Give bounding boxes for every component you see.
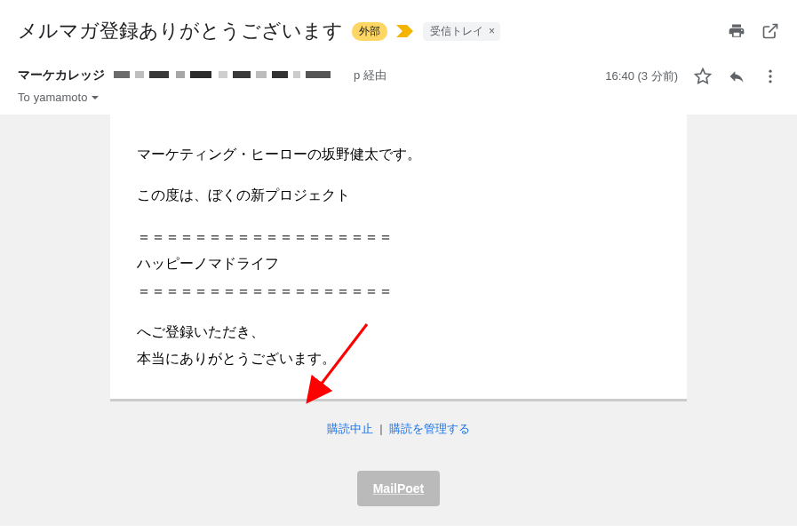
body-line: この度は、ぼくの新プロジェクト: [137, 182, 660, 209]
footer-separator: |: [379, 422, 382, 435]
svg-rect-2: [135, 71, 144, 78]
reply-icon[interactable]: [728, 67, 745, 85]
importance-marker-icon[interactable]: [396, 25, 414, 37]
label-chip-text: 受信トレイ: [430, 24, 483, 39]
chevron-down-icon[interactable]: [91, 93, 100, 102]
email-subject: メルマガ登録ありがとうございます: [18, 18, 343, 44]
svg-line-0: [769, 25, 777, 33]
body-line: マーケティング・ヒーローの坂野健太です。: [137, 141, 660, 168]
to-prefix: To: [18, 91, 30, 104]
svg-rect-9: [272, 71, 288, 78]
svg-rect-8: [256, 71, 267, 78]
sender-via: p 経由: [354, 67, 387, 83]
svg-marker-12: [696, 69, 711, 83]
svg-rect-7: [233, 71, 251, 78]
remove-label-icon[interactable]: ×: [487, 25, 497, 37]
svg-rect-1: [114, 71, 130, 78]
recipient-row[interactable]: To yamamoto: [0, 89, 797, 115]
email-time: 16:40 (3 分前): [605, 68, 678, 84]
body-line: へご登録いただき、: [137, 319, 660, 345]
open-new-window-icon[interactable]: [761, 22, 779, 40]
body-divider: ＝＝＝＝＝＝＝＝＝＝＝＝＝＝＝＝＝＝: [137, 224, 660, 250]
svg-rect-10: [293, 71, 300, 78]
svg-rect-6: [219, 71, 227, 78]
svg-point-14: [769, 75, 771, 77]
external-badge: 外部: [352, 22, 387, 41]
unsubscribe-link[interactable]: 購読中止: [327, 422, 373, 435]
more-icon[interactable]: [761, 67, 779, 85]
svg-rect-3: [149, 71, 169, 78]
sender-address-redacted: [114, 67, 345, 83]
star-icon[interactable]: [694, 67, 712, 85]
email-body: マーケティング・ヒーローの坂野健太です。 この度は、ぼくの新プロジェクト ＝＝＝…: [110, 115, 687, 401]
body-title: ハッピーノマドライフ: [137, 250, 660, 277]
body-line: 本当にありがとうございます。: [137, 345, 660, 372]
print-icon[interactable]: [728, 22, 745, 40]
svg-rect-4: [176, 71, 185, 78]
body-divider: ＝＝＝＝＝＝＝＝＝＝＝＝＝＝＝＝＝＝: [137, 278, 660, 305]
svg-point-13: [769, 70, 771, 73]
svg-rect-5: [190, 71, 211, 78]
manage-subscription-link[interactable]: 購読を管理する: [389, 422, 470, 435]
svg-point-15: [769, 80, 771, 83]
email-footer-links: 購読中止 | 購読を管理する: [110, 401, 687, 446]
to-name: yamamoto: [34, 91, 88, 104]
sender-name: マーケカレッジ: [18, 67, 105, 83]
svg-rect-11: [306, 71, 331, 78]
mailpoet-badge[interactable]: MailPoet: [357, 471, 441, 506]
label-chip-inbox[interactable]: 受信トレイ ×: [423, 22, 500, 41]
email-body-area: マーケティング・ヒーローの坂野健太です。 この度は、ぼくの新プロジェクト ＝＝＝…: [0, 115, 797, 526]
